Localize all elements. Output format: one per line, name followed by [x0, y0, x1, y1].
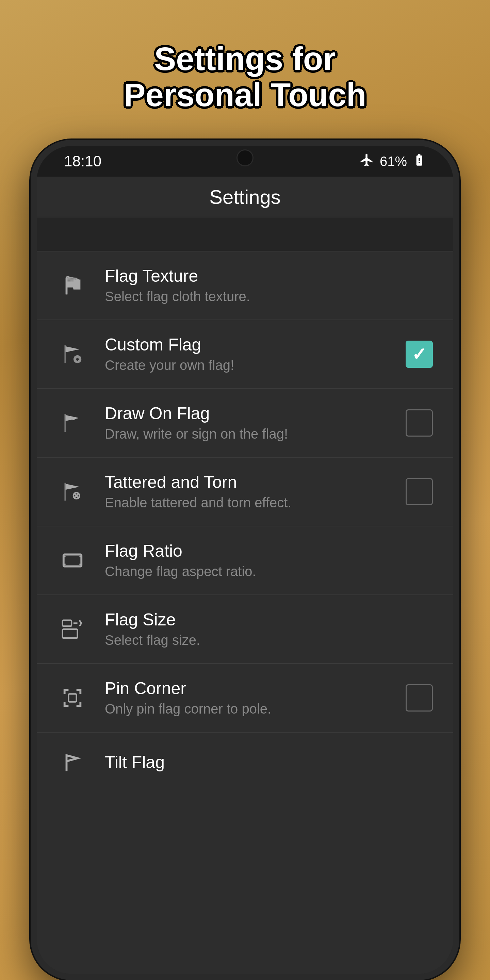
flag-ratio-text: Flag Ratio Change flag aspect ratio. [105, 541, 433, 580]
airplane-icon [360, 153, 374, 170]
tilt-flag-title: Tilt Flag [105, 752, 433, 772]
settings-item-flag-size[interactable]: Flag Size Select flag size. [37, 595, 453, 664]
flag-size-text: Flag Size Select flag size. [105, 609, 433, 649]
pin-corner-icon [57, 682, 88, 713]
custom-flag-text: Custom Flag Create your own flag! [105, 334, 392, 374]
svg-rect-0 [67, 278, 70, 280]
flag-ratio-icon [57, 545, 88, 576]
draw-on-flag-text: Draw On Flag Draw, write or sign on the … [105, 403, 392, 443]
svg-rect-9 [63, 629, 78, 638]
pin-corner-text: Pin Corner Only pin flag corner to pole. [105, 678, 392, 718]
tattered-flag-icon [57, 476, 88, 507]
app-bar-title: Settings [209, 185, 281, 208]
tilt-flag-icon [57, 747, 88, 778]
tattered-checkbox[interactable] [406, 478, 433, 505]
pin-corner-checkbox[interactable] [406, 684, 433, 711]
flag-texture-subtitle: Select flag cloth texture. [105, 288, 433, 305]
pin-corner-title: Pin Corner [105, 678, 392, 698]
custom-flag-title: Custom Flag [105, 334, 392, 355]
headline-text: Settings for Personal Touch [96, 41, 393, 113]
tattered-title: Tattered and Torn [105, 472, 392, 492]
settings-item-tilt-flag[interactable]: Tilt Flag [37, 733, 453, 792]
flag-texture-icon [57, 270, 88, 301]
settings-list: Flag Texture Select flag cloth texture. … [37, 218, 453, 974]
custom-flag-checkbox[interactable] [406, 340, 433, 368]
page-headline: Settings for Personal Touch [69, 21, 421, 113]
flag-ratio-title: Flag Ratio [105, 541, 433, 561]
settings-item-pin-corner[interactable]: Pin Corner Only pin flag corner to pole. [37, 664, 453, 733]
settings-section-spacer [37, 218, 453, 251]
draw-on-flag-subtitle: Draw, write or sign on the flag! [105, 425, 392, 443]
draw-on-flag-checkbox[interactable] [406, 409, 433, 437]
svg-rect-1 [70, 278, 73, 280]
svg-rect-3 [67, 280, 70, 282]
settings-item-draw-on-flag[interactable]: Draw On Flag Draw, write or sign on the … [37, 389, 453, 458]
svg-rect-8 [63, 620, 72, 627]
app-bar: Settings [37, 177, 453, 218]
settings-item-flag-ratio[interactable]: Flag Ratio Change flag aspect ratio. [37, 527, 453, 595]
flag-ratio-subtitle: Change flag aspect ratio. [105, 563, 433, 580]
pin-corner-subtitle: Only pin flag corner to pole. [105, 700, 392, 718]
tattered-text: Tattered and Torn Enable tattered and to… [105, 472, 392, 511]
settings-item-flag-texture[interactable]: Flag Texture Select flag cloth texture. [37, 251, 453, 320]
svg-rect-2 [73, 278, 76, 280]
custom-flag-subtitle: Create your own flag! [105, 356, 392, 374]
status-right: 61% [360, 153, 426, 170]
tattered-subtitle: Enable tattered and torn effect. [105, 494, 392, 511]
battery-percent: 61% [380, 154, 407, 169]
status-time: 18:10 [64, 153, 102, 170]
custom-flag-icon [57, 339, 88, 369]
settings-item-custom-flag[interactable]: Custom Flag Create your own flag! [37, 320, 453, 389]
settings-item-tattered[interactable]: Tattered and Torn Enable tattered and to… [37, 458, 453, 527]
camera-notch [237, 150, 253, 166]
battery-icon [412, 153, 426, 170]
flag-size-title: Flag Size [105, 609, 433, 630]
flag-size-icon [57, 614, 88, 644]
flag-texture-text: Flag Texture Select flag cloth texture. [105, 266, 433, 305]
svg-rect-7 [64, 555, 82, 566]
svg-rect-10 [68, 694, 76, 702]
phone-frame: 18:10 61% Settings [30, 140, 460, 980]
draw-flag-icon [57, 408, 88, 438]
svg-rect-4 [70, 280, 73, 282]
flag-size-subtitle: Select flag size. [105, 631, 433, 649]
draw-on-flag-title: Draw On Flag [105, 403, 392, 424]
tilt-flag-text: Tilt Flag [105, 752, 433, 772]
flag-texture-title: Flag Texture [105, 266, 433, 286]
